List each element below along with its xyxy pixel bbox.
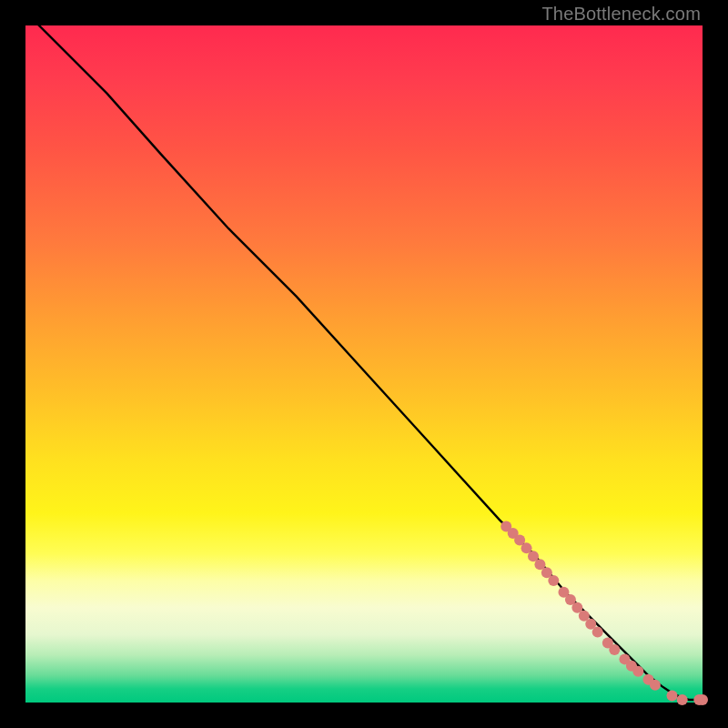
data-marker — [609, 644, 620, 655]
curve-path — [25, 12, 703, 700]
marker-group — [500, 521, 708, 705]
chart-svg — [25, 25, 703, 703]
data-marker — [677, 694, 688, 705]
chart-frame: TheBottleneck.com — [0, 0, 728, 728]
plot-area — [25, 25, 703, 703]
data-marker — [697, 694, 708, 705]
data-marker — [650, 680, 661, 691]
data-marker — [548, 575, 559, 586]
credit-text: TheBottleneck.com — [541, 4, 701, 25]
data-marker — [632, 666, 643, 677]
data-marker — [592, 627, 603, 638]
data-marker — [667, 691, 678, 702]
